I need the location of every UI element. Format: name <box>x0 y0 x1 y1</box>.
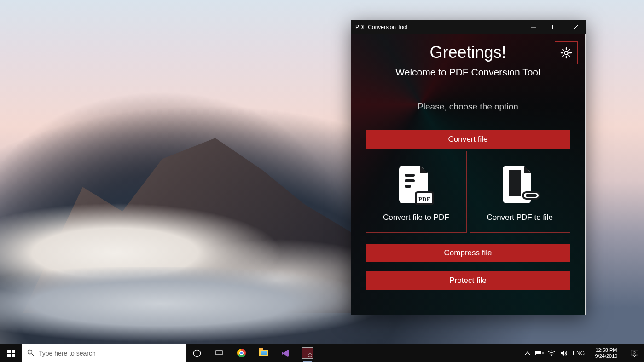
svg-point-4 <box>564 51 568 54</box>
visual-studio-icon <box>281 349 290 358</box>
tray-chevron-button[interactable] <box>522 344 534 362</box>
clock-date: 9/24/2019 <box>590 353 623 359</box>
svg-rect-18 <box>7 354 11 357</box>
svg-rect-16 <box>7 350 11 353</box>
file-explorer-icon <box>259 350 268 356</box>
volume-button[interactable] <box>557 344 569 362</box>
volume-icon <box>560 350 567 356</box>
svg-line-21 <box>32 354 34 356</box>
close-icon <box>574 25 578 29</box>
svg-rect-19 <box>12 354 15 357</box>
gear-icon <box>560 46 573 59</box>
convert-file-button[interactable]: Convert file <box>366 130 570 149</box>
clock-time: 12:58 PM <box>590 347 623 353</box>
start-button[interactable] <box>0 344 22 362</box>
taskbar-app-visual-studio[interactable] <box>274 344 296 362</box>
search-icon <box>22 349 39 357</box>
wifi-button[interactable] <box>545 344 557 362</box>
minimize-icon <box>531 25 536 29</box>
taskbar-app-chrome[interactable] <box>230 344 252 362</box>
svg-rect-13 <box>505 168 509 198</box>
app-header: Greetings! Welcome to PDF Conversion Too… <box>351 34 585 112</box>
options-panel: Convert file PDF <box>366 130 570 290</box>
svg-rect-27 <box>543 352 544 354</box>
maximize-button[interactable] <box>544 20 565 34</box>
protect-file-button[interactable]: Protect file <box>366 271 570 290</box>
svg-rect-7 <box>405 179 415 182</box>
svg-rect-17 <box>12 350 15 353</box>
svg-rect-28 <box>536 351 541 354</box>
search-placeholder: Type here to search <box>39 350 96 357</box>
svg-rect-12 <box>507 170 521 196</box>
window-title: PDF Conversion Tool <box>351 24 407 30</box>
settings-button[interactable] <box>555 41 578 64</box>
taskbar: Type here to search ENG 12:58 PM 9/24 <box>0 344 644 362</box>
taskbar-app-pdf-tool[interactable] <box>296 344 319 362</box>
task-view-button[interactable] <box>208 344 230 362</box>
chrome-icon <box>237 349 246 357</box>
svg-marker-11 <box>524 166 531 173</box>
compress-file-button[interactable]: Compress file <box>366 244 570 262</box>
windows-logo-icon <box>7 350 15 357</box>
cortana-icon <box>193 349 201 357</box>
svg-point-29 <box>551 355 552 356</box>
window-titlebar[interactable]: PDF Conversion Tool <box>351 20 586 34</box>
greeting-text: Greetings! <box>351 43 585 62</box>
task-view-icon <box>215 350 223 356</box>
svg-marker-5 <box>420 166 428 173</box>
welcome-text: Welcome to PDF Conversion Tool <box>351 67 585 78</box>
convert-tiles: PDF Convert file to PDF <box>366 151 570 233</box>
language-indicator[interactable]: ENG <box>569 344 588 362</box>
window-controls <box>523 20 586 34</box>
wifi-icon <box>548 350 555 356</box>
prompt-text: Please, choose the option <box>351 102 585 112</box>
pdf-tool-icon <box>302 347 313 359</box>
convert-to-pdf-tile[interactable]: PDF Convert file to PDF <box>366 151 467 233</box>
tile-label: Convert PDF to file <box>475 213 566 222</box>
battery-button[interactable] <box>534 344 545 362</box>
chevron-up-icon <box>525 351 530 355</box>
cortana-button[interactable] <box>186 344 208 362</box>
tile-label: Convert file to PDF <box>371 213 462 222</box>
maximize-icon <box>552 25 557 29</box>
pdf-conversion-window: PDF Conversion Tool Greetings! Welcome t… <box>351 20 586 315</box>
search-box[interactable]: Type here to search <box>22 344 186 362</box>
svg-rect-8 <box>405 185 411 188</box>
app-body: Greetings! Welcome to PDF Conversion Too… <box>351 34 586 315</box>
svg-rect-15 <box>526 194 537 197</box>
file-to-pdf-icon: PDF <box>371 161 462 210</box>
action-center-button[interactable]: 5 <box>625 344 644 362</box>
svg-point-20 <box>28 350 32 354</box>
svg-rect-6 <box>405 174 415 177</box>
svg-rect-25 <box>221 356 223 356</box>
svg-point-22 <box>194 350 201 356</box>
svg-rect-23 <box>216 351 222 355</box>
convert-from-pdf-tile[interactable]: Convert PDF to file <box>470 151 571 233</box>
clock[interactable]: 12:58 PM 9/24/2019 <box>588 347 625 359</box>
svg-rect-1 <box>553 25 557 29</box>
svg-rect-24 <box>215 356 217 356</box>
minimize-button[interactable] <box>523 20 544 34</box>
battery-icon <box>535 351 544 356</box>
close-button[interactable] <box>565 20 586 34</box>
taskbar-app-file-explorer[interactable] <box>252 344 274 362</box>
svg-text:PDF: PDF <box>418 195 430 202</box>
pdf-to-file-icon <box>475 161 566 210</box>
notification-icon: 5 <box>631 350 638 357</box>
notification-count: 5 <box>633 350 636 354</box>
